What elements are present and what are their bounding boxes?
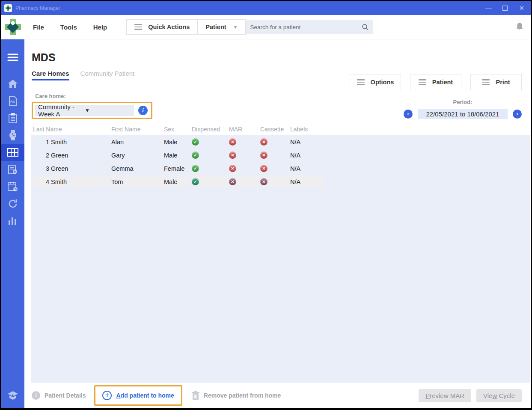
titlebar: Pharmacy Manager — ✕ <box>1 1 531 15</box>
cell-sex: Male <box>164 135 190 149</box>
print-button[interactable]: Print <box>470 74 522 90</box>
reports-chart-icon[interactable] <box>1 212 24 229</box>
search-icon[interactable] <box>361 23 369 31</box>
patient-button-label: Patient <box>432 79 453 86</box>
period-date-range[interactable]: 22/05/2021 to 18/06/2021 <box>418 109 508 119</box>
prescription-icon[interactable]: RX <box>1 92 24 110</box>
list-icon <box>357 79 365 85</box>
quick-actions-group: Quick Actions Patient ▼ <box>126 19 246 35</box>
chevron-down-icon: ▼ <box>233 24 238 30</box>
mar-status-icon <box>229 165 236 172</box>
care-home-label: Care home: <box>35 93 152 99</box>
table-row-selected[interactable]: 4 Smith Tom Male N/A <box>31 175 530 188</box>
period-prev-button[interactable]: ‹ <box>404 110 413 119</box>
mds-grid-icon[interactable] <box>1 144 24 161</box>
mar-status-icon <box>229 178 236 185</box>
window-title: Pharmacy Manager <box>15 5 60 11</box>
print-button-label: Print <box>496 79 510 86</box>
watch-icon[interactable] <box>1 127 24 144</box>
col-dispensed: Dispensed <box>192 126 228 133</box>
dispensed-status-icon <box>192 165 199 172</box>
cell-sex: Male <box>164 175 190 188</box>
care-home-info-button[interactable]: i <box>138 106 148 115</box>
notifications-bell-icon[interactable] <box>514 21 525 33</box>
care-home-selected-value: Community - Week A <box>38 103 84 118</box>
top-toolbar: File Tools Help Quick Actions Patient ▼ <box>1 15 531 39</box>
patient-table: 1 Smith Alan Male N/A 2 Green Gary Male <box>31 135 530 383</box>
cell-labels: N/A <box>290 175 324 188</box>
view-cycle-button[interactable]: View Cycle <box>476 389 522 402</box>
table-row[interactable]: 2 Green Gary Male N/A <box>31 149 530 162</box>
menu-help[interactable]: Help <box>93 24 107 31</box>
col-labels: Labels <box>290 126 324 133</box>
close-button[interactable]: ✕ <box>519 5 524 11</box>
col-last-name: Last Name <box>33 126 110 133</box>
period-next-button[interactable]: › <box>513 110 522 119</box>
period-label: Period: <box>453 99 473 105</box>
add-patient-highlight[interactable]: + Add patient to home <box>94 385 182 406</box>
remove-patient-button[interactable]: Remove patient from home <box>192 391 281 400</box>
patient-button[interactable]: Patient <box>410 74 461 90</box>
cell-labels: N/A <box>290 135 324 149</box>
maximize-button[interactable] <box>502 6 508 11</box>
cassette-status-icon <box>260 178 267 185</box>
sync-icon[interactable] <box>1 195 24 212</box>
app-icon <box>4 4 12 12</box>
cassette-status-icon <box>260 165 267 172</box>
cassette-status-icon <box>260 152 267 159</box>
home-icon[interactable] <box>1 75 24 92</box>
table-row[interactable]: 1 Smith Alan Male N/A <box>31 135 530 149</box>
mar-status-icon <box>229 152 236 159</box>
trash-icon <box>192 391 199 400</box>
quick-actions-button[interactable]: Quick Actions <box>127 20 197 34</box>
cell-sex: Male <box>164 149 190 162</box>
patient-details-button[interactable]: i Patient Details <box>32 391 86 400</box>
cell-last-name: 1 Smith <box>33 135 110 149</box>
col-cassette: Cassette <box>260 126 289 133</box>
list-icon <box>134 24 142 30</box>
training-icon[interactable] <box>1 387 24 404</box>
plus-icon: + <box>102 391 112 400</box>
col-mar: MAR <box>229 126 259 133</box>
menu-icon[interactable] <box>1 49 24 66</box>
col-first-name: First Name <box>111 126 163 133</box>
pharmacy-logo-icon <box>1 19 24 35</box>
table-row[interactable]: 3 Green Gemma Female N/A <box>31 162 530 175</box>
svg-text:RX: RX <box>10 100 15 104</box>
cell-first-name: Tom <box>111 175 163 188</box>
dispensed-status-icon <box>192 178 199 185</box>
cell-first-name: Gary <box>111 149 163 162</box>
main-content: MDS Care Homes Community Patient Options… <box>24 39 531 408</box>
dispensed-status-icon <box>192 138 199 146</box>
minimize-button[interactable]: — <box>485 5 491 11</box>
patient-menu-button[interactable]: Patient ▼ <box>197 20 245 34</box>
dispense-note-icon[interactable] <box>1 161 24 178</box>
clipboard-icon[interactable] <box>1 110 24 127</box>
search-input[interactable] <box>250 24 361 30</box>
care-home-dropdown[interactable]: Community - Week A ▼ <box>35 105 134 116</box>
tab-bar: Care Homes Community Patient <box>32 70 134 80</box>
tab-community-patient[interactable]: Community Patient <box>80 70 135 80</box>
cell-labels: N/A <box>290 149 324 162</box>
options-button[interactable]: Options <box>350 74 401 90</box>
col-sex: Sex <box>164 126 190 133</box>
patient-search <box>246 20 373 34</box>
cell-first-name: Alan <box>111 135 163 149</box>
add-patient-label: Add patient to home <box>116 392 174 399</box>
menu-tools[interactable]: Tools <box>60 24 77 31</box>
cell-sex: Female <box>164 162 190 175</box>
cell-first-name: Gemma <box>111 162 163 175</box>
preview-mar-button[interactable]: Preview MAR <box>419 389 471 402</box>
quick-actions-label: Quick Actions <box>148 24 190 30</box>
dispensed-status-icon <box>192 152 199 159</box>
cell-labels: N/A <box>290 162 324 175</box>
list-icon <box>419 79 426 85</box>
calendar-schedule-icon[interactable] <box>1 178 24 195</box>
options-button-label: Options <box>371 79 394 86</box>
mar-status-icon <box>229 138 236 146</box>
cell-last-name: 3 Green <box>33 162 110 175</box>
footer-action-bar: i Patient Details + Add patient to home … <box>24 383 531 408</box>
menu-file[interactable]: File <box>33 24 44 31</box>
menubar: File Tools Help <box>33 24 107 31</box>
tab-care-homes[interactable]: Care Homes <box>32 70 69 80</box>
